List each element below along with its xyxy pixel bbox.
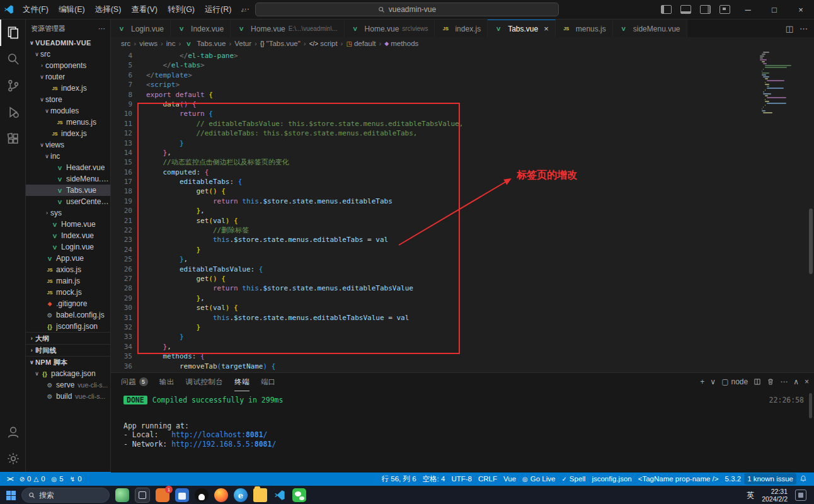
panel-tab[interactable]: 问题5 — [121, 373, 148, 391]
code-line[interactable]: 19 return this.$store.state.menus.editab… — [111, 197, 814, 206]
search-icon[interactable] — [0, 46, 25, 72]
panel-tab[interactable]: 端口 — [261, 373, 276, 391]
tree-item[interactable]: ∨{}package.json — [26, 368, 110, 379]
breadcrumb-item[interactable]: {}"Tabs.vue" — [260, 40, 301, 47]
code-line[interactable]: 18 get() { — [111, 186, 814, 196]
back-icon[interactable]: ← — [239, 4, 248, 14]
taskbar-search[interactable]: 搜索 — [21, 488, 110, 503]
tree-item[interactable]: {}jsconfig.json — [26, 321, 110, 332]
tree-item[interactable]: JSindex.js — [26, 128, 110, 139]
info-status[interactable]: ◎5 — [49, 475, 67, 483]
code-line[interactable]: 30 set(val) { — [111, 303, 814, 312]
code-line[interactable]: 15 //动态监控点击侧边栏以及标签页的变化 — [111, 158, 814, 167]
code-line[interactable]: 13 } — [111, 139, 814, 148]
tree-item[interactable]: VuserCenter.vue — [26, 196, 110, 207]
tree-item[interactable]: JSaxios.js — [26, 264, 110, 275]
breadcrumb-item[interactable]: src — [121, 40, 130, 47]
menu-item[interactable]: 转到(G) — [163, 3, 200, 17]
status-item[interactable]: 空格: 4 — [420, 474, 449, 484]
menu-item[interactable]: 文件(F) — [18, 3, 54, 17]
firefox-icon[interactable] — [214, 488, 228, 502]
hint-status[interactable]: ↯0 — [67, 475, 85, 483]
editor-tab[interactable]: VHome.vueE:\...\vueadmin\... — [231, 20, 345, 37]
toggle-sidebar-icon[interactable] — [661, 5, 672, 14]
sidebar-section[interactable]: ∨VUEADMIN-VUE — [26, 37, 110, 49]
tree-item[interactable]: ◆.gitignore — [26, 298, 110, 309]
code-line[interactable]: 28 return this.$store.state.menus.editab… — [111, 284, 814, 293]
code-line[interactable]: 36 removeTab(targetName) { — [111, 362, 814, 371]
sidebar-section[interactable]: ›时间线 — [26, 344, 110, 356]
code-line[interactable]: 5 </el-tabs> — [111, 60, 814, 70]
editor-tab[interactable]: VsideMenu.vue — [613, 20, 687, 37]
settings-icon[interactable] — [0, 445, 25, 472]
sidebar-section[interactable]: ∨NPM 脚本 — [26, 356, 110, 368]
tree-item[interactable]: JSindex.js — [26, 83, 110, 94]
editor-scrollbar[interactable] — [809, 209, 813, 274]
minimap[interactable] — [760, 52, 805, 114]
code-line[interactable]: 11 // editableTabsValue: this.$store.sta… — [111, 119, 814, 129]
local-url-link[interactable]: http://localhost:8081/ — [171, 430, 267, 439]
tree-item[interactable]: VLogin.vue — [26, 241, 110, 253]
status-item[interactable]: 行 56, 列 6 — [379, 474, 420, 484]
tree-item[interactable]: ⚙buildvue-cli-s... — [26, 391, 110, 402]
code-line[interactable]: 31 this.$store.state.menus.editableTabsV… — [111, 313, 814, 323]
status-item[interactable]: <TagName prop-name /> — [635, 475, 722, 483]
breadcrumb-item[interactable]: Vetur — [234, 40, 251, 47]
start-button[interactable] — [6, 491, 16, 500]
notification-center-icon[interactable] — [795, 490, 806, 501]
wechat-icon[interactable] — [292, 488, 306, 502]
account-icon[interactable] — [0, 419, 25, 445]
maximize-button[interactable]: □ — [761, 0, 788, 19]
editor-tab[interactable]: JSmenus.js — [556, 20, 613, 37]
status-item[interactable]: jsconfig.json — [588, 475, 634, 483]
store-icon[interactable] — [175, 488, 189, 502]
tree-item[interactable]: ∨views — [26, 139, 110, 151]
network-url-link[interactable]: http://192.168.5.5:8081/ — [171, 440, 276, 449]
tree-item[interactable]: VApp.vue — [26, 253, 110, 264]
status-item[interactable]: ✓Spell — [558, 475, 588, 483]
editor-tab[interactable]: VHome.vuesrc\views — [345, 20, 435, 37]
terminal-output[interactable]: DONECompiled successfully in 299ms 22:26… — [111, 391, 814, 472]
more-actions-icon[interactable]: ⋯ — [98, 25, 105, 33]
menu-item[interactable]: 选择(S) — [90, 3, 127, 17]
tree-item[interactable]: ∨src — [26, 49, 110, 60]
tree-item[interactable]: ∨modules — [26, 105, 110, 117]
tree-item[interactable]: ∨router — [26, 71, 110, 83]
panel-tab[interactable]: 调试控制台 — [186, 373, 224, 391]
status-item[interactable]: 5.3.2 — [722, 475, 745, 483]
tree-item[interactable]: ›sys — [26, 207, 110, 219]
tree-item[interactable]: ⚙babel.config.js — [26, 309, 110, 321]
tree-item[interactable]: ›components — [26, 60, 110, 71]
breadcrumb-item[interactable]: </>script — [309, 40, 338, 47]
customize-layout-icon[interactable] — [719, 5, 730, 14]
code-line[interactable]: 20 }, — [111, 206, 814, 215]
code-line[interactable]: 21 set(val) { — [111, 216, 814, 226]
menu-item[interactable]: 查看(V) — [126, 3, 163, 17]
status-item[interactable]: ◎Go Live — [519, 475, 558, 483]
task-view-icon[interactable] — [135, 488, 150, 503]
editor-tab[interactable]: JSindex.js — [435, 20, 488, 37]
editor-more-actions-icon[interactable]: ⋯ — [800, 24, 808, 33]
code-line[interactable]: 14 }, — [111, 148, 814, 158]
tree-item[interactable]: ∨store — [26, 94, 110, 105]
status-item[interactable]: UTF-8 — [448, 475, 475, 483]
taskbar-clock[interactable]: 22:31 2024/2/2 — [762, 488, 788, 503]
panel-more-actions-icon[interactable]: ⋯ — [780, 377, 788, 386]
extensions-icon[interactable] — [0, 125, 25, 152]
sidebar-section[interactable]: ›大纲 — [26, 332, 110, 344]
code-line[interactable]: 9 data() { — [111, 100, 814, 109]
notifications-bell[interactable] — [796, 475, 810, 483]
split-terminal-icon[interactable] — [754, 378, 761, 386]
vscode-taskbar-icon[interactable] — [273, 488, 287, 502]
edge-icon[interactable]: e — [234, 488, 248, 502]
code-line[interactable]: 33 } — [111, 332, 814, 341]
minimize-button[interactable]: ─ — [735, 0, 761, 19]
code-line[interactable]: 12 //editableTabs: this.$store.state.men… — [111, 129, 814, 138]
toggle-secondary-sidebar-icon[interactable] — [700, 5, 711, 14]
editor-tab[interactable]: VTabs.vue× — [488, 20, 556, 37]
code-line[interactable]: 34 }, — [111, 342, 814, 352]
code-line[interactable]: 25 }, — [111, 255, 814, 264]
breadcrumb-item[interactable]: ◳default — [346, 40, 375, 47]
explorer-icon[interactable] — [0, 20, 25, 46]
split-editor-icon[interactable]: ◫ — [786, 24, 793, 33]
